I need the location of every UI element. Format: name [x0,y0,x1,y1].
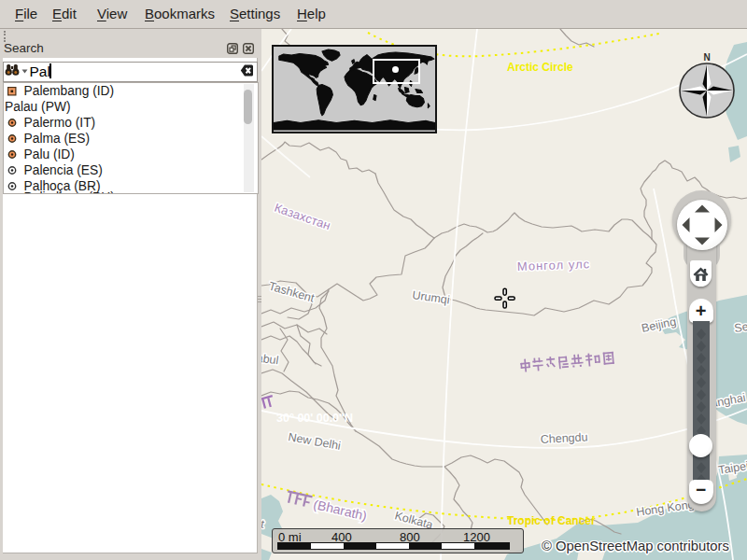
svg-text:Chengdu: Chengdu [540,430,587,446]
svg-text:N: N [703,52,710,63]
svg-text:Tropic of Cancer: Tropic of Cancer [507,514,596,527]
svg-text:Arctic Circle: Arctic Circle [507,61,573,74]
svg-text:Монгол улс: Монгол улс [517,257,591,273]
svg-text:30° 00' 00.0"N: 30° 00' 00.0"N [276,412,353,425]
